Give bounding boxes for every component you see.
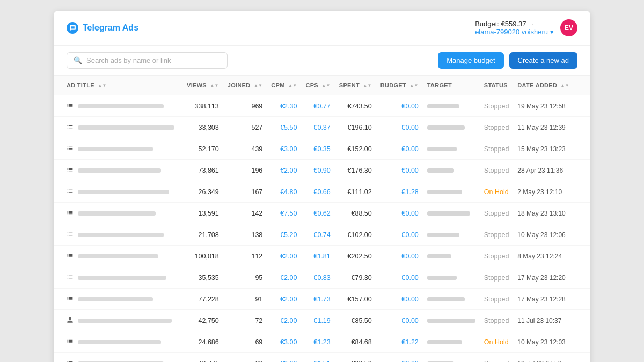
- cpm-cell: €5.20: [267, 224, 301, 246]
- actions-cell: ⋮: [583, 353, 590, 363]
- status-badge: On Hold: [484, 188, 509, 196]
- views-cell: 52,170: [182, 138, 223, 160]
- cps-cell: €1.73: [301, 289, 334, 310]
- cpm-cell: €3.00: [267, 138, 301, 160]
- ad-title-blurred: [78, 276, 166, 280]
- target-blurred: [427, 104, 459, 108]
- actions-cell: ⋮: [583, 117, 590, 138]
- status-badge: Stopped: [484, 274, 509, 282]
- joined-cell: 196: [223, 160, 267, 181]
- search-input[interactable]: [86, 56, 221, 64]
- spent-cell: €176.30: [335, 160, 376, 181]
- ad-title-cell: [54, 310, 182, 331]
- more-options-button[interactable]: ⋮: [587, 250, 590, 262]
- ad-title-cell: [54, 181, 182, 203]
- sort-icon-joined: ▲▼: [254, 84, 262, 88]
- cps-cell: €0.66: [301, 181, 334, 203]
- col-gear[interactable]: ⚙: [583, 76, 590, 95]
- status-cell: Stopped: [480, 224, 514, 246]
- sort-icon-cpm: ▲▼: [288, 84, 297, 88]
- views-cell: 100,018: [182, 246, 223, 267]
- sort-icon-budget: ▲▼: [409, 84, 418, 88]
- target-blurred: [427, 319, 475, 323]
- spent-cell: €99.50: [335, 353, 376, 363]
- more-options-button[interactable]: ⋮: [587, 336, 590, 348]
- more-options-button[interactable]: ⋮: [587, 314, 590, 327]
- target-blurred: [427, 340, 462, 344]
- more-options-button[interactable]: ⋮: [587, 186, 590, 198]
- col-date[interactable]: DATE ADDED ▲▼: [513, 76, 583, 95]
- spent-cell: €196.10: [335, 117, 376, 138]
- more-options-button[interactable]: ⋮: [587, 228, 590, 241]
- table-row: 13,591 142 €7.50 €0.62 €88.50 €0.00 Stop…: [54, 203, 590, 224]
- user-link[interactable]: elama-799020 voisheru ▾: [475, 28, 554, 36]
- search-box: 🔍: [67, 52, 228, 69]
- manage-budget-button[interactable]: Manage budget: [438, 52, 503, 69]
- actions-cell: ⋮: [583, 331, 590, 353]
- table-row: 338,113 969 €2.30 €0.77 €743.50 €0.00 St…: [54, 95, 590, 117]
- more-options-button[interactable]: ⋮: [587, 164, 590, 176]
- ad-title-cell: [54, 267, 182, 289]
- cpm-cell: €2.00: [267, 246, 301, 267]
- col-cps[interactable]: CPS ▲▼: [301, 76, 334, 95]
- budget-cell: €1.28: [376, 181, 423, 203]
- col-views[interactable]: VIEWS ▲▼: [182, 76, 223, 95]
- table-row: 26,349 167 €4.80 €0.66 €111.02 €1.28 On …: [54, 181, 590, 203]
- megaphone-icon: [67, 338, 74, 346]
- target-cell: [423, 203, 480, 224]
- ad-title-blurred: [78, 340, 161, 344]
- cpm-cell: €3.00: [267, 331, 301, 353]
- status-cell: Stopped: [480, 138, 514, 160]
- more-options-button[interactable]: ⋮: [587, 271, 590, 284]
- toolbar: 🔍 Manage budget Create a new ad: [54, 46, 590, 76]
- megaphone-icon: [67, 166, 74, 175]
- cps-cell: €1.51: [301, 353, 334, 363]
- joined-cell: 69: [223, 331, 267, 353]
- more-options-button[interactable]: ⋮: [587, 207, 590, 219]
- target-cell: [423, 160, 480, 181]
- status-badge: Stopped: [484, 124, 509, 131]
- more-options-button[interactable]: ⋮: [587, 100, 590, 112]
- views-cell: 26,349: [182, 181, 223, 203]
- col-spent[interactable]: SPENT ▲▼: [335, 76, 376, 95]
- cps-cell: €0.37: [301, 117, 334, 138]
- create-ad-button[interactable]: Create a new ad: [509, 52, 577, 69]
- target-cell: [423, 331, 480, 353]
- joined-cell: 142: [223, 203, 267, 224]
- budget-cell: €0.00: [376, 224, 423, 246]
- target-blurred: [427, 168, 454, 173]
- ad-title-cell: [54, 289, 182, 310]
- header-right: Budget: €559.37 · elama-799020 voisheru …: [475, 19, 577, 36]
- col-cpm[interactable]: CPM ▲▼: [267, 76, 301, 95]
- ad-title-cell: [54, 95, 182, 117]
- budget-info: Budget: €559.37 · elama-799020 voisheru …: [475, 20, 554, 36]
- target-blurred: [427, 125, 465, 130]
- target-blurred: [427, 190, 462, 194]
- views-cell: 33,303: [182, 117, 223, 138]
- col-joined[interactable]: JOINED ▲▼: [223, 76, 267, 95]
- cps-cell: €0.90: [301, 160, 334, 181]
- table-row: 100,018 112 €2.00 €1.81 €202.50 €0.00 St…: [54, 246, 590, 267]
- col-budget[interactable]: BUDGET ▲▼: [376, 76, 423, 95]
- status-cell: Stopped: [480, 95, 514, 117]
- status-badge: Stopped: [484, 317, 509, 324]
- table-row: 73,861 196 €2.00 €0.90 €176.30 €0.00 Sto…: [54, 160, 590, 181]
- user-name: elama-799020 voisheru: [475, 28, 548, 36]
- date-cell: 28 Apr 23 11:36: [513, 160, 583, 181]
- actions-cell: ⋮: [583, 246, 590, 267]
- more-options-button[interactable]: ⋮: [587, 143, 590, 155]
- target-blurred: [427, 254, 451, 258]
- cps-cell: €1.81: [301, 246, 334, 267]
- target-cell: [423, 353, 480, 363]
- date-cell: 15 May 23 13:23: [513, 138, 583, 160]
- more-options-button[interactable]: ⋮: [587, 357, 590, 362]
- more-options-button[interactable]: ⋮: [587, 293, 590, 305]
- megaphone-icon: [67, 209, 74, 218]
- brand-icon: [67, 22, 78, 34]
- date-cell: 11 May 23 12:39: [513, 117, 583, 138]
- ad-title-cell: [54, 246, 182, 267]
- joined-cell: 66: [223, 353, 267, 363]
- spent-cell: €202.50: [335, 246, 376, 267]
- more-options-button[interactable]: ⋮: [587, 121, 590, 134]
- col-ad-title: AD TITLE ▲▼: [54, 76, 182, 95]
